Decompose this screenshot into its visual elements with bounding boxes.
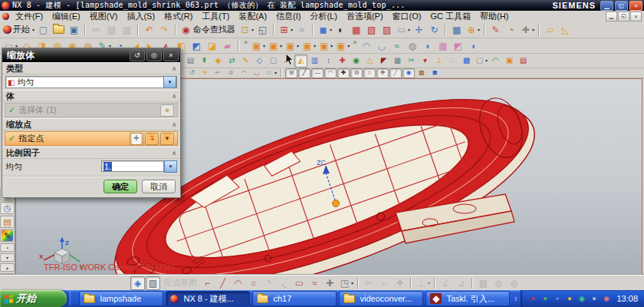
snap-grid-icon[interactable]: ⊞	[285, 68, 297, 78]
datum-csys-icon[interactable]: ◆	[212, 54, 225, 68]
scale-factor-input[interactable]: 1.	[101, 160, 164, 172]
command-finder-button[interactable]: ◉命令查找器	[179, 22, 238, 37]
body-filter-icon[interactable]: ●	[160, 104, 174, 117]
menu-gc-toolbox[interactable]: GC 工具箱	[426, 11, 475, 22]
snap-midpoint-icon[interactable]: —	[311, 68, 324, 78]
chamfer-icon[interactable]: ◟	[277, 276, 291, 290]
collapse-chevron-icon[interactable]: ∧	[172, 93, 176, 100]
point-constructor-icon[interactable]: ✛	[130, 133, 143, 145]
paste-icon[interactable]: ▥	[120, 22, 134, 37]
scale-factor-spinner[interactable]: ▼	[164, 160, 177, 173]
dropdown-caret-icon[interactable]: ▾	[428, 281, 430, 286]
circle-icon[interactable]: ○	[246, 276, 261, 290]
styled-sweep-icon[interactable]: ≈	[389, 38, 404, 53]
tray-icon-2[interactable]: ●	[540, 293, 550, 304]
move-face-icon[interactable]: ✚	[336, 54, 349, 68]
offset-surface-icon[interactable]: ◗	[466, 38, 481, 53]
tray-icon-3[interactable]: ▪	[552, 293, 562, 304]
visibility-icon[interactable]: ◠	[489, 54, 502, 68]
dropdown-caret-icon[interactable]: ▾	[297, 44, 299, 48]
snap-endpoint-icon[interactable]: ╱	[298, 68, 310, 78]
mdi-minimize-button[interactable]: ▁	[606, 12, 617, 21]
point-icon[interactable]: ✛	[323, 276, 337, 290]
frame-icon[interactable]: ▢	[267, 54, 280, 68]
edit-section-icon[interactable]: ✎	[488, 22, 503, 37]
slant-surface-icon[interactable]: ◩	[451, 38, 465, 53]
task-videoconverter[interactable]: videoconver...	[339, 291, 423, 306]
resource-bar-toggle-2[interactable]: ▾	[0, 253, 15, 262]
measure-angle-icon[interactable]: ◺	[558, 22, 573, 37]
mdi-restore-button[interactable]: ◱	[618, 12, 629, 21]
settings-icon[interactable]: ◔	[504, 22, 518, 37]
selection-scope-icon[interactable]: ▭▾	[264, 68, 278, 78]
rotate-view-icon[interactable]: ↻	[427, 22, 442, 37]
dropdown-caret-icon[interactable]: ▾	[251, 28, 254, 32]
ok-button[interactable]: 确定	[104, 180, 137, 193]
dropdown-caret-icon[interactable]: ▾	[280, 44, 282, 48]
part-family-icon[interactable]: ▤	[184, 54, 197, 68]
red-page-icon[interactable]: ▤	[517, 54, 530, 68]
menu-window[interactable]: 窗口(O)	[388, 11, 426, 22]
toolbar-overflow-button[interactable]: »	[244, 38, 248, 46]
dialog-options-icon[interactable]: ◎	[146, 50, 162, 61]
constraints-icon[interactable]: ⊥▾	[415, 276, 431, 290]
task-nx[interactable]: NX 8 - 建模...	[166, 291, 250, 306]
snap-point-icon[interactable]: ✛	[199, 68, 211, 78]
task-taskl[interactable]: ◆Taskl. 引入...	[426, 291, 510, 306]
wireframe-view-icon-3[interactable]: ▨	[380, 22, 394, 37]
quick-extend-icon[interactable]: ⌐	[377, 276, 392, 290]
select-body-row[interactable]: ✓ 选择体 (1) ●	[5, 103, 178, 117]
resource-bar-toggle-3[interactable]: ▴	[0, 263, 15, 272]
copy-icon[interactable]: ▤	[104, 22, 119, 37]
display-mode-icon[interactable]: ◐	[334, 22, 348, 37]
menu-tools[interactable]: 工具(T)	[197, 11, 234, 22]
fit-view-icon[interactable]: ✛	[412, 22, 426, 37]
dropdown-caret-icon[interactable]: ▾	[330, 44, 333, 48]
mesh-icon[interactable]: ▩	[460, 54, 473, 68]
tile-windows-icon[interactable]: ⊞▾	[278, 22, 294, 37]
quick-trim-icon[interactable]: ✂	[362, 276, 376, 290]
cancel-button[interactable]: 取消	[142, 180, 176, 193]
point-options-caret[interactable]: ▾	[160, 133, 174, 145]
roles-icon[interactable]: ✎	[0, 229, 15, 242]
redo-icon[interactable]: ↷	[157, 22, 172, 37]
dropdown-caret-icon[interactable]: ▾	[330, 28, 332, 32]
patch-icon[interactable]: ▰	[220, 38, 235, 53]
menu-analysis[interactable]: 分析(L)	[305, 11, 341, 22]
dropdown-caret-icon[interactable]: ▾	[263, 44, 265, 48]
arc-snap-icon-2[interactable]: ◡	[251, 68, 263, 78]
rectangle-icon[interactable]: ▭	[292, 276, 307, 290]
orange-box-icon[interactable]: ▣	[503, 54, 516, 68]
snap-quadrant-icon[interactable]: ○	[363, 68, 376, 78]
show-constraints-icon[interactable]: ▩	[476, 276, 491, 290]
resource-bar-toggle-1[interactable]: ▪	[0, 243, 15, 252]
body-section-header[interactable]: 体 ∧	[2, 90, 180, 102]
mdi-close-button[interactable]: ×	[630, 12, 642, 21]
scale-factor-section-header[interactable]: 比例因子 ∧	[2, 147, 180, 159]
menu-format[interactable]: 格式(R)	[159, 11, 197, 22]
wcs-orient-icon[interactable]: ⊕▾	[465, 22, 481, 37]
shaded-view-icon[interactable]: ◼▾	[317, 22, 333, 37]
collapse-chevron-icon[interactable]: ∧	[172, 150, 176, 157]
dropdown-caret-icon[interactable]: ▾	[408, 28, 410, 32]
tray-icon-4[interactable]: ●	[564, 293, 574, 304]
toolbar-overflow-button[interactable]: »	[353, 38, 356, 46]
no-snap-icon[interactable]: ⊘	[225, 68, 237, 78]
sketch-tool-icon-2[interactable]: ◍	[507, 276, 521, 290]
measure-distance-icon[interactable]: ▱	[543, 22, 557, 37]
grid-icon[interactable]: ▦	[391, 54, 404, 68]
material-icon[interactable]: ▩	[416, 68, 428, 78]
menu-view[interactable]: 视图(V)	[85, 11, 123, 22]
snap-control-point-icon[interactable]: ◠	[324, 68, 337, 78]
snap-undo-icon[interactable]: ↩	[212, 68, 224, 78]
trim-sheet-icon[interactable]: ✂	[405, 54, 418, 68]
tray-icon-7[interactable]: ◉	[601, 293, 611, 304]
collapse-chevron-icon[interactable]: ∧	[172, 65, 176, 72]
finish-sketch-button[interactable]: 完成草图	[161, 276, 199, 290]
sync-views-icon[interactable]: ≈	[294, 22, 309, 37]
type-section-header[interactable]: 类型 ∧	[2, 62, 180, 74]
collapse-chevron-icon[interactable]: ∧	[172, 121, 176, 128]
dialog-reset-icon[interactable]: ↺	[130, 50, 145, 61]
mold-tool-icon-2[interactable]: ▣▾	[267, 38, 283, 53]
through-curves-icon[interactable]: ◠	[359, 38, 373, 53]
